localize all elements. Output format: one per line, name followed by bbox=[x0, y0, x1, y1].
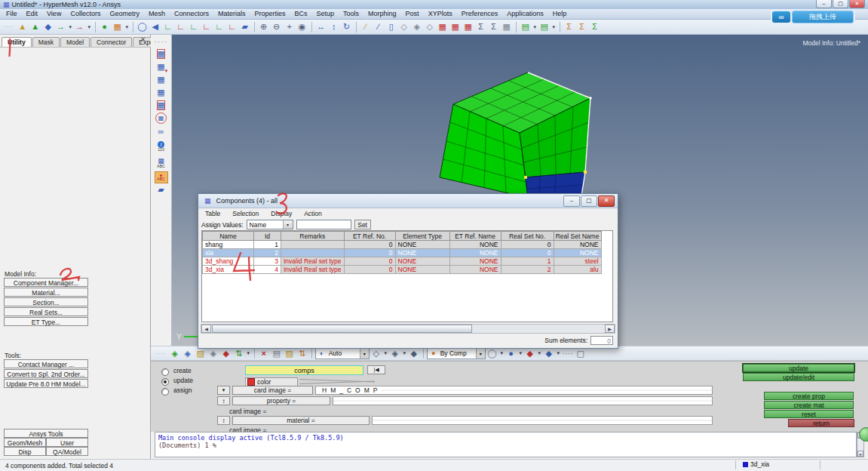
menu-setup[interactable]: Setup bbox=[312, 9, 339, 19]
menu-applications[interactable]: Applications bbox=[502, 9, 548, 19]
dialog-menu-table[interactable]: Table bbox=[205, 210, 220, 217]
qa-model-button[interactable]: QA/Model bbox=[46, 447, 88, 456]
table-row-selected[interactable]: xia 2 0 NONE NONE 0 NONE bbox=[203, 249, 602, 257]
table-row[interactable]: shang 1 0 NONE NONE 0 NONE bbox=[203, 241, 602, 249]
labels-display-icon[interactable]: ▦ ABC bbox=[154, 154, 169, 171]
disp-button[interactable]: Disp bbox=[4, 447, 46, 456]
user-button[interactable]: User bbox=[46, 438, 88, 447]
upload-cloud-icon[interactable]: ∞ bbox=[772, 11, 790, 23]
create-radio-label[interactable]: create bbox=[173, 367, 192, 374]
create-prop-button[interactable]: create prop bbox=[764, 392, 854, 400]
mesh-style-icon[interactable]: ◯ bbox=[486, 347, 498, 359]
command-console[interactable]: Main console display active (Tcl8.5.9 / … bbox=[155, 432, 857, 457]
tab-utility[interactable]: Utility bbox=[2, 37, 32, 47]
import-model-icon[interactable]: ▲ bbox=[29, 21, 41, 33]
zoom-in-icon[interactable]: ⊕ bbox=[258, 21, 270, 33]
dialog-maximize-button[interactable]: ▢ bbox=[581, 195, 597, 207]
menu-post[interactable]: Post bbox=[401, 9, 424, 19]
load-macro-dropdown-icon[interactable]: ▾ bbox=[532, 24, 538, 30]
export-dropdown-icon[interactable]: ▾ bbox=[87, 24, 92, 30]
current-component-indicator[interactable]: 3d_xia bbox=[743, 460, 769, 468]
save-model-icon[interactable]: ◆ bbox=[42, 21, 54, 33]
shaded-geometry-icon[interactable]: ◈ bbox=[411, 21, 423, 33]
shrink-style-icon[interactable]: ◆ bbox=[543, 347, 555, 359]
pan-icon[interactable]: ◉ bbox=[296, 21, 308, 33]
scroll-down-icon[interactable]: ▼ bbox=[857, 451, 863, 457]
summary-folder-icon[interactable]: Σ bbox=[576, 21, 588, 33]
summary-template-icon[interactable]: Σ bbox=[563, 21, 575, 33]
view-mode-combo[interactable]: ◐ Auto ▾ bbox=[315, 348, 370, 359]
scrollbar-thumb[interactable] bbox=[212, 325, 472, 333]
reorder-folder-icon[interactable]: ▨ bbox=[284, 347, 296, 359]
view-xz-left-icon[interactable]: ∟ bbox=[188, 21, 200, 33]
close-button[interactable]: ✕ bbox=[849, 0, 865, 8]
menu-geometry[interactable]: Geometry bbox=[105, 9, 144, 19]
components-dialog[interactable]: ▦ Components (4) - all – ▢ ✕ Table Selec… bbox=[198, 193, 618, 349]
section-button[interactable]: Section... bbox=[4, 297, 88, 306]
shaded-shade-icon[interactable]: ◈ bbox=[389, 347, 401, 359]
zoom-window-icon[interactable]: ◯ bbox=[136, 21, 149, 33]
menu-materials[interactable]: Materials bbox=[213, 9, 250, 19]
dialog-menu-selection[interactable]: Selection bbox=[232, 210, 259, 217]
menu-mesh[interactable]: Mesh bbox=[144, 9, 170, 19]
user-profiles-icon[interactable]: ● bbox=[99, 21, 111, 33]
card-image-button[interactable]: card image = bbox=[232, 386, 313, 395]
view-yz-rear-icon[interactable]: ∟ bbox=[226, 21, 238, 33]
reset-button[interactable]: reset bbox=[764, 410, 854, 418]
export-solver-deck-icon[interactable]: → bbox=[74, 21, 86, 33]
view-xy-bottom-icon[interactable]: ∟ bbox=[175, 21, 187, 33]
col-element-type[interactable]: Element Type bbox=[395, 232, 449, 241]
color-mode-combo[interactable]: ● By Comp ▾ bbox=[427, 348, 486, 359]
update-pre80-button[interactable]: Update Pre 8.0 HM Model... bbox=[4, 379, 88, 388]
shrink-style-dropdown-icon[interactable]: ▾ bbox=[556, 350, 561, 356]
note-flag-icon[interactable]: ▰ bbox=[154, 183, 169, 196]
view-iso-icon[interactable]: ▰ bbox=[239, 21, 251, 33]
menu-collectors[interactable]: Collectors bbox=[66, 9, 105, 19]
performance-icon[interactable]: ···· bbox=[562, 347, 574, 359]
menu-view[interactable]: View bbox=[42, 9, 66, 19]
material-button[interactable]: material = bbox=[232, 416, 370, 425]
dialog-title-bar[interactable]: ▦ Components (4) - all – ▢ ✕ bbox=[198, 194, 618, 208]
organize-icon[interactable]: ▦ bbox=[112, 21, 124, 33]
dialog-horizontal-scrollbar[interactable]: ◀ ▶ bbox=[201, 324, 615, 334]
menu-bcs[interactable]: BCs bbox=[290, 9, 312, 19]
panel-expander-orb[interactable] bbox=[859, 427, 868, 442]
components-table[interactable]: Name Id Remarks ET Ref. No. Element Type… bbox=[202, 231, 602, 274]
material-button[interactable]: Material... bbox=[4, 288, 88, 297]
previous-selection-button[interactable]: |◀ bbox=[367, 365, 385, 374]
real-sets-button[interactable]: Real Sets... bbox=[4, 307, 88, 316]
translate-horizontal-icon[interactable]: ↔ bbox=[315, 21, 327, 33]
tab-area-close-icon[interactable]: ✕ bbox=[140, 36, 146, 43]
numbers-display-icon[interactable]: i 123 bbox=[154, 137, 169, 154]
property-button[interactable]: property = bbox=[232, 396, 330, 405]
element-style-dropdown-icon[interactable]: ▾ bbox=[518, 350, 523, 356]
find-entities-icon[interactable]: ∞ bbox=[154, 125, 169, 137]
view-back-icon[interactable]: ◀ bbox=[149, 21, 161, 33]
update-button[interactable]: update bbox=[743, 364, 854, 372]
reverse-mask-icon[interactable]: ▦ bbox=[462, 21, 474, 33]
element-style-icon[interactable]: ● bbox=[505, 347, 517, 359]
tab-model[interactable]: Model bbox=[60, 37, 90, 47]
assign-field-combo[interactable]: Name ▾ bbox=[247, 220, 293, 229]
scrollbar-track[interactable] bbox=[211, 325, 605, 333]
load-collector-icon[interactable]: ▨ bbox=[195, 347, 207, 359]
calculator-icon[interactable]: ▦ bbox=[501, 21, 513, 33]
import-dropdown-icon[interactable]: ▾ bbox=[68, 24, 73, 30]
fit-view-icon[interactable]: + bbox=[284, 21, 296, 33]
dialog-minimize-button[interactable]: – bbox=[563, 195, 580, 207]
view-yz-front-icon[interactable]: ∟ bbox=[213, 21, 225, 33]
entity-attributes-icon[interactable]: ▦ bbox=[154, 48, 169, 60]
menu-xyplots[interactable]: XYPlots bbox=[424, 9, 457, 19]
system-collector-icon[interactable]: ◈ bbox=[207, 347, 219, 359]
menu-tools[interactable]: Tools bbox=[339, 9, 363, 19]
open-model-icon[interactable]: ▲ bbox=[17, 21, 29, 33]
create-collector-icon[interactable]: ◈ bbox=[169, 347, 181, 359]
col-real-set-name[interactable]: Real Set Name bbox=[554, 232, 601, 241]
component-manager-button[interactable]: Component Manager... bbox=[4, 278, 88, 287]
update-radio-label[interactable]: update bbox=[173, 377, 193, 384]
card-image-dropdown-button[interactable]: ▼ bbox=[217, 386, 230, 395]
property-value-field[interactable] bbox=[333, 396, 713, 405]
mask-elements-icon[interactable]: ▦ bbox=[437, 21, 449, 33]
organize-layers-icon[interactable]: ▤ bbox=[271, 347, 283, 359]
display-elements-icon[interactable]: ▦ bbox=[154, 73, 169, 86]
